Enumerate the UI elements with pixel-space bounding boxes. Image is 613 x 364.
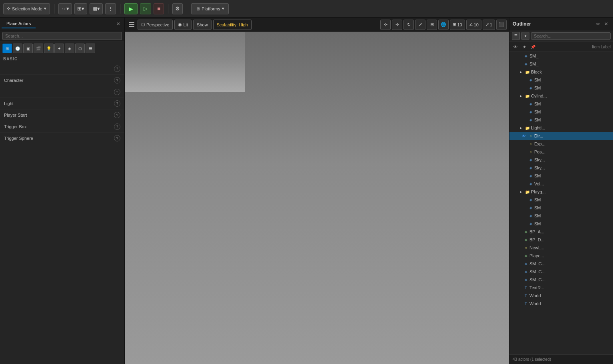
all-classes-list-button[interactable]: ☰ [86, 44, 95, 53]
list-item-smg2[interactable]: ◈ SM_G... [509, 268, 613, 276]
outliner-close-button[interactable]: ✕ [603, 20, 610, 28]
panel-close-button[interactable]: ✕ [114, 20, 123, 28]
list-item-trigger-box[interactable]: Trigger Box ? [0, 121, 124, 133]
list-item[interactable]: Character ? [0, 75, 124, 86]
selection-mode-button[interactable]: ⊹ Selection Mode ▾ [3, 3, 50, 14]
info-icon-player-start[interactable]: ? [114, 112, 120, 118]
outliner-item-label: SM_ [534, 197, 611, 202]
camera-options[interactable]: ⬛ [496, 20, 507, 30]
list-item[interactable]: ◈ SM_ [509, 100, 613, 108]
all-classes-button[interactable]: ⊞ [2, 44, 12, 53]
scale-value[interactable]: ⤢ 1 [483, 20, 495, 30]
star-button[interactable]: ★ [521, 43, 528, 50]
scalability-button[interactable]: Scalability: High [213, 20, 252, 30]
lights-button[interactable]: 💡 [44, 44, 54, 53]
list-item-folder-playg[interactable]: ▸ 📁 Playg... [509, 188, 613, 196]
cinematics-button[interactable]: 🎬 [34, 44, 43, 53]
list-item[interactable]: ◈ Sky... [509, 156, 613, 164]
list-item-trigger-sphere[interactable]: Trigger Sphere ? [0, 133, 124, 144]
list-item[interactable]: ☼ Exp... [509, 140, 613, 148]
angle-value[interactable]: ∠ 10 [466, 20, 481, 30]
place-actors-tab[interactable]: Place Actors [2, 20, 36, 28]
transform-button[interactable]: ↔ ▾ [58, 3, 72, 14]
list-item[interactable]: ◈ SM_ [509, 84, 613, 92]
pin-button[interactable]: 📌 [529, 43, 537, 50]
list-item-folder-cylinder[interactable]: ▸ 📁 Cylind... [509, 92, 613, 100]
volumes-button[interactable]: ⬡ [75, 44, 85, 53]
scene-content[interactable]: X Y Z [125, 32, 509, 364]
list-item-smg1[interactable]: ◈ SM_G... [509, 260, 613, 268]
outliner-item-label: SM_G... [529, 261, 611, 266]
list-item-directional-light[interactable]: 👁 ☼ Dir... [509, 132, 613, 140]
platforms-button[interactable]: 🖥 Platforms ▾ [191, 3, 228, 14]
list-item[interactable]: ◈ SM_ [509, 196, 613, 204]
list-item-smg3[interactable]: ◈ SM_G... [509, 276, 613, 284]
list-item[interactable]: ◈ SM_ [509, 60, 613, 68]
list-item[interactable]: ◈ Sky... [509, 164, 613, 172]
info-icon-2[interactable]: ? [114, 89, 120, 95]
list-item-light[interactable]: Light ? [0, 98, 124, 109]
play-button[interactable]: ▶ [124, 3, 138, 14]
geometry-button[interactable]: ◈ [65, 44, 74, 53]
eye-toggle-button[interactable]: 👁 [512, 43, 519, 50]
search-input[interactable] [2, 32, 122, 40]
move-tool[interactable]: ✛ [392, 20, 402, 30]
info-icon-trigger-box[interactable]: ? [114, 123, 120, 130]
build-button[interactable]: ▦ ▾ [90, 3, 103, 14]
list-item-bpa[interactable]: ◈ BP_A... [509, 228, 613, 236]
folder-arrow-icon: ▸ [518, 189, 524, 195]
settings-button[interactable]: ⚙ [172, 3, 183, 14]
info-icon-trigger-sphere[interactable]: ? [114, 135, 120, 141]
list-item-folder-block[interactable]: ▸ 📁 Block [509, 68, 613, 76]
rotate-tool[interactable]: ↻ [403, 20, 414, 30]
list-item[interactable]: ◈ SM_ [509, 204, 613, 212]
list-item[interactable]: ◈ SM_ [509, 76, 613, 84]
info-icon-1[interactable]: ? [114, 66, 120, 72]
scale-tool[interactable]: ⤢ [415, 20, 425, 30]
info-icon-character[interactable]: ? [114, 77, 120, 84]
more-options-button[interactable]: ⋮ [105, 3, 116, 14]
info-icon-light[interactable]: ? [114, 100, 120, 107]
list-item-player[interactable]: ◈ Playe... [509, 252, 613, 260]
mesh-icon: ◈ [523, 61, 529, 67]
list-item-world1[interactable]: T World [509, 292, 613, 300]
filter-options-button[interactable]: ☰ [512, 32, 520, 40]
world-tool[interactable]: 🌐 [438, 20, 449, 30]
list-item[interactable]: ◈ SM_ [509, 220, 613, 228]
list-item[interactable]: ◈ SM_ [509, 52, 613, 60]
stop-button[interactable]: ■ [154, 3, 164, 14]
show-button[interactable]: Show [193, 20, 212, 30]
hamburger-menu[interactable] [127, 21, 136, 29]
grid-value[interactable]: ⊞ 10 [450, 20, 465, 30]
list-item-world2[interactable]: T World [509, 300, 613, 308]
list-item-textr[interactable]: T TextR... [509, 284, 613, 292]
visibility-icon-active[interactable]: 👁 [521, 134, 527, 138]
viewport[interactable]: ⬡ Perspective ◉ Lit Show Scalability: Hi… [125, 18, 509, 364]
list-item-player-start[interactable]: Player Start ? [0, 109, 124, 121]
list-item[interactable]: ◈ Vol... [509, 180, 613, 188]
folder-icon: 📁 [525, 189, 530, 195]
outliner-search-input[interactable] [531, 32, 611, 40]
list-item[interactable]: ☼ Pos... [509, 148, 613, 156]
list-item[interactable]: ◈ SM_ [509, 108, 613, 116]
list-item[interactable]: ◈ SM_ [509, 116, 613, 124]
list-item[interactable]: ◈ SM_ [509, 172, 613, 180]
perspective-button[interactable]: ⬡ Perspective [138, 20, 173, 30]
list-item[interactable]: ◈ SM_ [509, 212, 613, 220]
snap-button[interactable]: ⊞ ▾ [74, 3, 87, 14]
recently-placed-button[interactable]: 🕐 [13, 44, 22, 53]
outliner-edit-button[interactable]: ✏ [594, 20, 603, 28]
list-item[interactable]: ? [0, 63, 124, 75]
scene-background: X Y Z [125, 32, 245, 92]
play-secondary-button[interactable]: ▷ [140, 3, 151, 14]
select-tool[interactable]: ⊹ [380, 20, 391, 30]
list-item[interactable]: ? [0, 86, 124, 98]
list-item-folder-lighting[interactable]: ▸ 📁 Lighti... [509, 124, 613, 132]
grid-tool[interactable]: ⊞ [427, 20, 437, 30]
list-item-bpd[interactable]: ◈ BP_D... [509, 236, 613, 244]
shapes-button[interactable]: ▣ [23, 44, 33, 53]
visual-effects-button[interactable]: ✦ [54, 44, 64, 53]
filter-expand-button[interactable]: ▾ [521, 32, 529, 40]
lit-button[interactable]: ◉ Lit [174, 20, 192, 30]
list-item-newl[interactable]: ☼ NewL... [509, 244, 613, 252]
